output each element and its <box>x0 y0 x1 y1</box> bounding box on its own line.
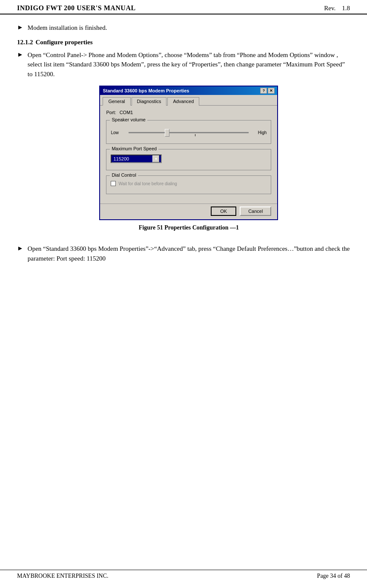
speed-group-box: Maximum Port Speed 115200 ▼ <box>106 149 271 170</box>
dial-checkbox-row: Wait for dial tone before dialing <box>111 181 267 186</box>
dialog-buttons: OK Cancel <box>100 204 277 219</box>
speaker-slider-tick <box>195 134 195 136</box>
page-header: INDIGO FWT 200 USER'S MANUAL Rev. 1.8 <box>0 0 367 14</box>
speed-dropdown[interactable]: 115200 ▼ <box>111 155 162 163</box>
dial-group-box: Dial Control Wait for dial tone before d… <box>106 175 271 194</box>
dialog-title-buttons: ? ✕ <box>260 88 275 94</box>
speaker-slider-row: Low High <box>111 126 267 139</box>
section-heading: 12.1.2Configure properties <box>17 39 350 46</box>
page-footer: MAYBROOKE ENTERPRISES INC. Page 34 of 48 <box>0 570 367 579</box>
footer-company: MAYBROOKE ENTERPRISES INC. <box>17 573 109 579</box>
dropdown-arrow-icon[interactable]: ▼ <box>152 155 159 162</box>
tab-general[interactable]: General <box>103 97 130 106</box>
speed-value: 115200 <box>113 156 152 161</box>
header-rev: Rev. 1.8 <box>324 5 350 12</box>
dialog-close-button[interactable]: ✕ <box>268 88 275 94</box>
footer-page: Page 34 of 48 <box>317 573 350 579</box>
dialog-container: Standard 33600 bps Modem Properties ? ✕ … <box>28 86 350 220</box>
bullet-text-1: Modem installation is finished. <box>28 23 350 33</box>
page-content: ► Modem installation is finished. 12.1.2… <box>0 14 367 295</box>
figure-caption: Figure 51 Properties Configuration —1 <box>28 224 350 231</box>
speaker-slider-track[interactable] <box>129 132 249 133</box>
speed-row: 115200 ▼ <box>111 155 267 163</box>
dialog-tabs: General Diagnostics Advanced <box>100 95 277 106</box>
bullet-item-2: ► Open “Control Panel-> Phone and Modem … <box>17 50 350 238</box>
dialog-help-button[interactable]: ? <box>260 88 267 94</box>
bullet-arrow-2: ► <box>17 51 23 58</box>
speaker-low-label: Low <box>111 130 123 135</box>
port-row: Port: COM1 <box>106 110 271 115</box>
header-title: INDIGO FWT 200 USER'S MANUAL <box>17 4 136 12</box>
dialog-window: Standard 33600 bps Modem Properties ? ✕ … <box>99 86 278 220</box>
dialog-titlebar: Standard 33600 bps Modem Properties ? ✕ <box>100 86 277 95</box>
speaker-group-legend: Speaker volume <box>110 117 147 122</box>
bullet-text-3: Open “Standard 33600 bps Modem Propertie… <box>28 244 350 263</box>
cancel-button[interactable]: Cancel <box>240 207 271 216</box>
tab-advanced[interactable]: Advanced <box>167 97 199 106</box>
bullet-item-3: ► Open “Standard 33600 bps Modem Propert… <box>17 244 350 263</box>
port-label: Port: <box>106 110 116 115</box>
port-value: COM1 <box>120 110 133 115</box>
speaker-group-box: Speaker volume Low <box>106 120 271 144</box>
ok-button[interactable]: OK <box>211 207 236 216</box>
bullet-arrow-3: ► <box>17 245 23 252</box>
speaker-high-label: High <box>255 130 267 135</box>
speed-group-legend: Maximum Port Speed <box>110 146 158 151</box>
speaker-slider-thumb[interactable] <box>165 129 169 137</box>
dialog-title-text: Standard 33600 bps Modem Properties <box>103 88 189 93</box>
dial-checkbox[interactable] <box>111 181 116 186</box>
bullet-text-2: Open “Control Panel-> Phone and Modem Op… <box>28 52 345 77</box>
dial-group-legend: Dial Control <box>110 172 138 178</box>
bullet-item-1: ► Modem installation is finished. <box>17 23 350 33</box>
dialog-body: Port: COM1 Speaker volume Low <box>100 106 277 204</box>
bullet-arrow-1: ► <box>17 24 23 31</box>
tab-diagnostics[interactable]: Diagnostics <box>132 97 167 106</box>
dial-checkbox-label: Wait for dial tone before dialing <box>118 181 177 186</box>
